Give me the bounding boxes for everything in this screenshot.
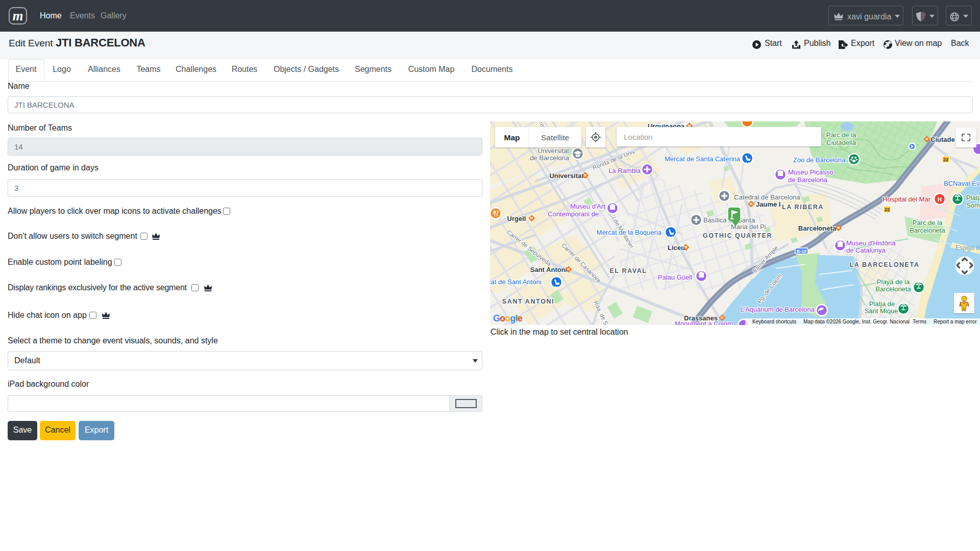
- svg-text:M: M: [530, 216, 533, 220]
- svg-text:M: M: [750, 202, 752, 206]
- svg-text:Universitat: Universitat: [549, 172, 584, 180]
- svg-text:GOTHIC QUARTER: GOTHIC QUARTER: [703, 232, 772, 239]
- svg-text:Google: Google: [493, 313, 523, 323]
- svg-text:Catedral de Barcelona: Catedral de Barcelona: [734, 193, 800, 201]
- svg-text:Barceloneta: Barceloneta: [875, 285, 911, 293]
- svg-text:Urgell: Urgell: [507, 215, 526, 222]
- svg-text:de Barcelona: de Barcelona: [530, 154, 569, 162]
- svg-text:Ciutade: Ciutade: [930, 136, 955, 143]
- svg-text:M: M: [684, 245, 687, 249]
- svg-text:Som: Som: [966, 202, 980, 209]
- svg-text:M: M: [837, 226, 840, 230]
- svg-text:Location: Location: [624, 133, 653, 141]
- svg-text:Jaume I: Jaume I: [756, 201, 780, 208]
- svg-text:Mercat de la Boqueria: Mercat de la Boqueria: [597, 229, 662, 236]
- svg-text:22: 22: [943, 157, 948, 162]
- svg-text:EL RAVAL: EL RAVAL: [609, 267, 647, 274]
- svg-text:Barceloneta: Barceloneta: [798, 224, 837, 232]
- svg-text:Mercat de Santa Caterina: Mercat de Santa Caterina: [665, 155, 741, 163]
- svg-text:Satellite: Satellite: [541, 133, 569, 142]
- svg-text:Monument a Colom: Monument a Colom: [675, 320, 732, 325]
- svg-text:Barceloneta: Barceloneta: [910, 227, 945, 234]
- svg-text:Museu d'Història: Museu d'Història: [846, 239, 896, 247]
- svg-text:H: H: [938, 196, 942, 203]
- svg-text:Map data ©2026 Google, Inst. G: Map data ©2026 Google, Inst. Geogr. Naci…: [803, 319, 910, 324]
- svg-text:Terms: Terms: [913, 319, 926, 324]
- svg-text:Museu Picasso: Museu Picasso: [788, 168, 833, 176]
- svg-text:Espigó del: Espigó del: [955, 244, 980, 252]
- svg-text:M: M: [721, 316, 723, 319]
- svg-text:Liceu: Liceu: [668, 244, 685, 252]
- svg-text:Sant Antoni: Sant Antoni: [530, 266, 567, 273]
- svg-text:LA BARCELONETA: LA BARCELONETA: [850, 261, 920, 268]
- svg-text:Palau Güell: Palau Güell: [658, 273, 692, 281]
- svg-text:Keyboard shortcuts: Keyboard shortcuts: [752, 319, 796, 324]
- svg-text:Parc de la: Parc de la: [826, 131, 856, 139]
- svg-text:M: M: [584, 173, 586, 177]
- svg-text:M: M: [925, 137, 928, 141]
- svg-text:Zoo de Barcelona: Zoo de Barcelona: [793, 156, 846, 164]
- svg-text:Universitat: Universitat: [538, 147, 570, 155]
- svg-text:Sant Miquel: Sant Miquel: [865, 307, 900, 315]
- svg-text:B-10: B-10: [797, 249, 807, 254]
- svg-text:Report a map error: Report a map error: [934, 319, 977, 324]
- svg-text:de Barcelona: de Barcelona: [788, 176, 827, 184]
- svg-text:SANT ANTONI: SANT ANTONI: [502, 298, 554, 305]
- svg-text:cat de Sant Antoni: cat de Sant Antoni: [490, 278, 542, 286]
- svg-text:Parc de la: Parc de la: [913, 219, 943, 227]
- svg-text:Museu d'Art: Museu d'Art: [570, 203, 605, 210]
- svg-text:LA RIBERA: LA RIBERA: [782, 204, 824, 211]
- svg-text:Ciutadella: Ciutadella: [826, 139, 856, 146]
- svg-text:Playa de la: Playa de la: [877, 278, 910, 286]
- svg-text:Platja: Platja: [966, 194, 980, 202]
- svg-text:de Catalunya: de Catalunya: [846, 246, 886, 254]
- svg-text:L'Aquàrium de Barcelona: L'Aquàrium de Barcelona: [740, 306, 815, 313]
- svg-text:M: M: [567, 267, 570, 271]
- svg-text:22: 22: [885, 207, 890, 212]
- svg-text:Map: Map: [504, 133, 520, 142]
- svg-text:Hospital del Mar: Hospital del Mar: [883, 195, 931, 203]
- svg-text:La Rambla: La Rambla: [608, 167, 641, 174]
- svg-text:BCNaval Ev: BCNaval Ev: [944, 180, 980, 187]
- svg-text:Platja de: Platja de: [869, 300, 895, 308]
- svg-text:Contemporani de…: Contemporani de…: [548, 210, 605, 218]
